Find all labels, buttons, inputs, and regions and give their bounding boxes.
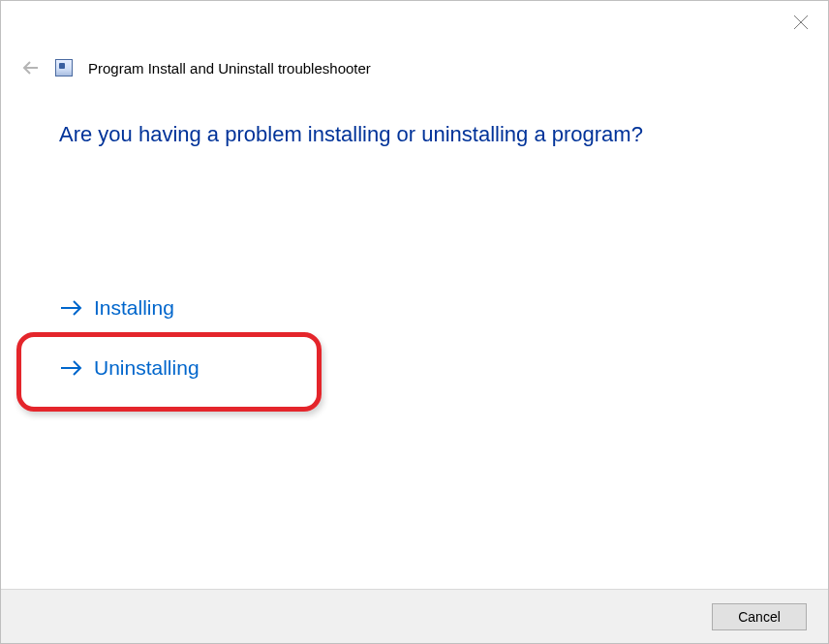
window-title: Program Install and Uninstall troublesho…	[88, 60, 371, 77]
troubleshooter-window: Program Install and Uninstall troublesho…	[0, 0, 829, 644]
option-installing-label: Installing	[94, 296, 174, 320]
cancel-button[interactable]: Cancel	[712, 603, 807, 630]
content-area: Are you having a problem installing or u…	[59, 122, 770, 413]
close-button[interactable]	[789, 11, 813, 34]
close-icon	[793, 15, 809, 30]
footer-bar: Cancel	[1, 589, 828, 643]
arrow-right-icon	[59, 298, 84, 318]
option-uninstalling-label: Uninstalling	[94, 356, 200, 380]
back-arrow-icon	[21, 58, 41, 77]
troubleshooter-app-icon	[55, 59, 73, 77]
back-button[interactable]	[20, 57, 42, 78]
option-uninstalling[interactable]: Uninstalling	[59, 353, 200, 383]
question-heading: Are you having a problem installing or u…	[59, 122, 770, 147]
arrow-right-icon	[59, 358, 84, 378]
options-list: Installing Uninstalling	[59, 292, 770, 383]
option-installing[interactable]: Installing	[59, 292, 174, 323]
header-bar: Program Install and Uninstall troublesho…	[20, 57, 809, 78]
